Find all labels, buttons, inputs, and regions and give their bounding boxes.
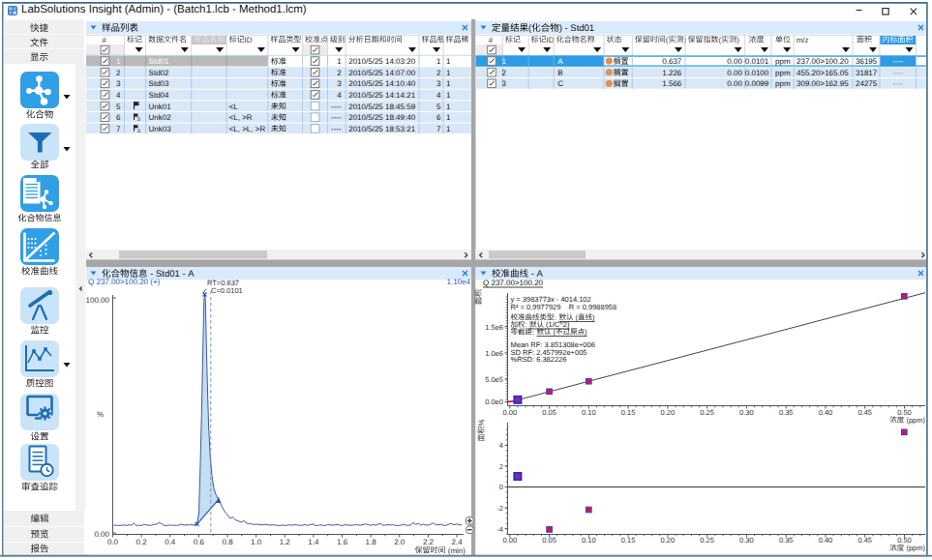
svg-text:A: A [557,57,563,66]
svg-text:5: 5 [116,103,121,111]
svg-text:LabSolutions Insight (Admin) -: LabSolutions Insight (Admin) - (Batch1.l… [21,4,307,15]
svg-text:-4: -4 [496,525,503,534]
svg-text:0.0e0: 0.0e0 [485,398,503,406]
svg-text:0.05: 0.05 [542,408,556,417]
svg-text:0.25: 0.25 [700,536,714,545]
svg-text:C: C [557,79,563,88]
svg-text:1.0: 1.0 [251,538,262,546]
svg-text:1: 1 [446,125,451,133]
svg-text:3: 3 [436,79,441,88]
svg-text:0.35: 0.35 [779,408,794,417]
svg-text:(: ( [574,313,579,322]
svg-text:m/z: m/z [797,36,809,44]
svg-text:31817: 31817 [856,69,878,77]
svg-text:2: 2 [499,462,503,471]
svg-text:0.15: 0.15 [621,536,636,545]
svg-text:ID: ID [245,36,253,44]
svg-text:0.20: 0.20 [661,536,676,545]
svg-text:3: 3 [337,79,342,88]
svg-text:2.0: 2.0 [394,538,406,546]
svg-text:0.4: 0.4 [165,538,176,546]
svg-text:-2: -2 [496,504,503,513]
svg-text:ppm: ppm [775,79,791,88]
svg-text:3: 3 [137,129,140,134]
svg-text:Unk03: Unk03 [149,125,172,133]
svg-text:ppm: ppm [775,69,791,77]
svg-text:0.2: 0.2 [136,538,148,546]
svg-text:0.15: 0.15 [621,408,636,417]
svg-text:1.10e4: 1.10e4 [447,278,471,286]
svg-text:<L, >L, >R: <L, >L, >R [229,125,266,133]
svg-text:1.566: 1.566 [662,79,682,88]
svg-text:2: 2 [502,69,507,77]
svg-text:----: ---- [892,69,903,77]
svg-text:0.35: 0.35 [779,536,794,545]
svg-text:2: 2 [436,69,441,77]
svg-text:ppm: ppm [775,57,791,66]
svg-text:4: 4 [436,91,441,100]
svg-text:%: % [477,419,486,426]
svg-text:2: 2 [116,69,121,77]
svg-text:4: 4 [499,441,503,450]
svg-text:309.00>162.95: 309.00>162.95 [797,79,849,88]
svg-text:Q 237.00>100.20: Q 237.00>100.20 [483,279,544,287]
svg-text:1: 1 [446,103,451,111]
svg-text:2010/5/25 14:10:40: 2010/5/25 14:10:40 [348,79,416,88]
svg-text:4: 4 [116,91,121,100]
svg-text:237.00>100.20: 237.00>100.20 [797,57,849,66]
svg-text:2.2: 2.2 [423,538,435,546]
svg-text:%RSD: 6.382226: %RSD: 6.382226 [511,355,567,364]
svg-text:7: 7 [436,125,441,133]
svg-text:B: B [557,69,562,77]
svg-text:455.20>165.05: 455.20>165.05 [797,69,849,77]
svg-text:1.8: 1.8 [366,538,377,546]
svg-text:0.0100: 0.0100 [745,69,769,77]
svg-text:(ppm): (ppm) [904,544,925,552]
svg-text:1: 1 [446,79,451,88]
svg-text:2.4: 2.4 [452,538,464,546]
svg-text:2010/5/25 14:03:20: 2010/5/25 14:03:20 [348,57,416,66]
svg-text:3: 3 [116,79,121,88]
svg-text:Q 237.00>100.20 (+): Q 237.00>100.20 (+) [88,278,161,286]
svg-text:0.00: 0.00 [727,69,742,77]
svg-text:0.0: 0.0 [107,538,119,546]
svg-text:(: ( [552,328,556,337]
svg-text:0.00: 0.00 [727,79,742,88]
svg-text:1.4: 1.4 [308,538,319,546]
svg-text:36195: 36195 [856,57,878,66]
svg-text::: : [532,328,536,337]
svg-text:(: ( [719,36,722,44]
svg-text:1.226: 1.226 [662,69,682,77]
svg-text:#: # [489,36,494,44]
svg-text:0.40: 0.40 [819,408,833,417]
svg-text:<L, >R: <L, >R [229,113,253,122]
svg-text:0.45: 0.45 [857,408,872,417]
svg-text:6: 6 [116,113,121,122]
svg-text:1: 1 [337,57,342,66]
svg-text:24275: 24275 [856,79,878,88]
svg-text:(ppm): (ppm) [904,416,925,425]
svg-text:0.30: 0.30 [739,536,754,545]
svg-text:0.05: 0.05 [542,536,556,545]
svg-text:2010/5/25 14:14:21: 2010/5/25 14:14:21 [348,91,416,100]
svg-text:1: 1 [446,69,451,77]
svg-text:Std03: Std03 [149,79,169,88]
svg-text:1.0e6: 1.0e6 [485,349,503,358]
svg-text:5.0e5: 5.0e5 [485,375,503,384]
svg-text:): ) [737,36,739,44]
svg-text:Unk02: Unk02 [149,113,172,122]
svg-text:4: 4 [337,91,342,100]
svg-text:Std02: Std02 [149,69,169,77]
svg-text:(min): (min) [446,546,466,555]
svg-text:----: ---- [892,57,903,66]
svg-text:3: 3 [502,79,507,88]
svg-text:0.30: 0.30 [739,408,754,417]
svg-text:0.10: 0.10 [582,408,596,417]
svg-text:2010/5/25 18:49:40: 2010/5/25 18:49:40 [348,113,416,122]
svg-text:1: 1 [502,57,507,66]
svg-text:0.6: 0.6 [194,538,205,546]
svg-text:0.40: 0.40 [819,536,833,545]
svg-text:100.00: 100.00 [86,296,110,305]
svg-text:(: ( [666,36,669,44]
svg-text:1.5e6: 1.5e6 [485,323,503,332]
